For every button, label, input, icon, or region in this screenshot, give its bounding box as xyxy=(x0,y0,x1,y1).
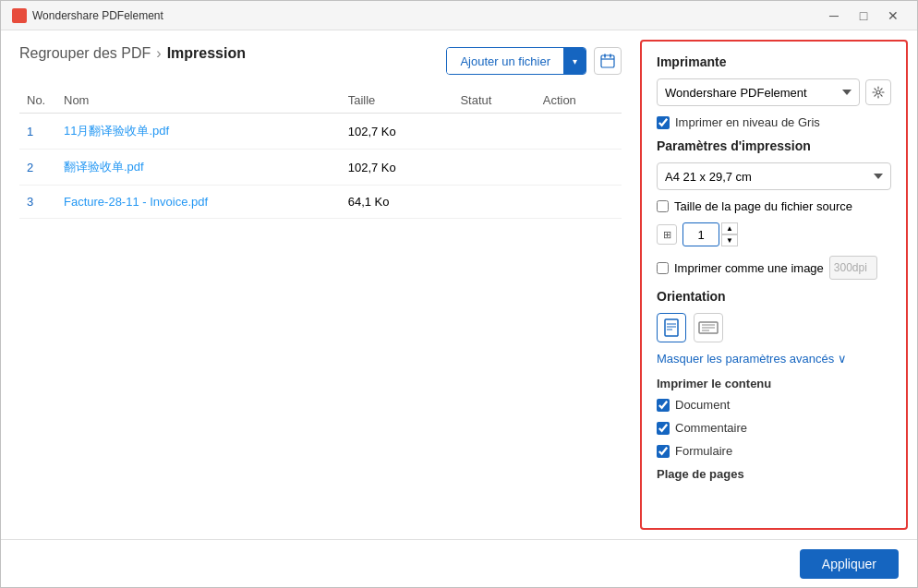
portrait-icon xyxy=(663,318,680,337)
printer-settings-panel: Imprimante Wondershare PDFelement Imprim… xyxy=(640,40,908,530)
table-row[interactable]: 3 Facture-28-11 - Invoice.pdf 64,1 Ko xyxy=(19,186,622,219)
col-statut: Statut xyxy=(453,88,535,114)
orientation-row xyxy=(657,313,891,342)
title-bar-controls: ─ □ ✕ xyxy=(821,6,906,26)
content-area: Regrouper des PDF › Impression Ajouter u… xyxy=(1,30,917,539)
form-checkbox[interactable] xyxy=(657,445,670,458)
title-bar: Wondershare PDFelement ─ □ ✕ xyxy=(1,1,917,30)
cell-name: Facture-28-11 - Invoice.pdf xyxy=(56,186,341,219)
breadcrumb-separator: › xyxy=(156,45,161,62)
doc-row: Document xyxy=(657,398,891,412)
advanced-chevron-icon: ∨ xyxy=(838,352,847,366)
source-size-label: Taille de la page du fichier source xyxy=(674,199,852,213)
spinner-down[interactable]: ▼ xyxy=(721,234,738,246)
add-file-dropdown-button[interactable]: ▾ xyxy=(563,48,586,74)
svg-rect-5 xyxy=(665,319,678,336)
orientation-title: Orientation xyxy=(657,289,891,304)
gray-print-row: Imprimer en niveau de Gris xyxy=(657,115,891,129)
maximize-button[interactable]: □ xyxy=(851,6,876,26)
expand-icon[interactable]: ⊞ xyxy=(657,224,677,245)
advanced-link-text: Masquer les paramètres avancés xyxy=(657,352,834,366)
add-file-button-group: Ajouter un fichier ▾ xyxy=(446,47,586,75)
cell-size: 102,7 Ko xyxy=(341,114,453,150)
document-checkbox[interactable] xyxy=(657,399,670,412)
toolbar: Ajouter un fichier ▾ xyxy=(446,47,622,75)
breadcrumb: Regrouper des PDF › Impression xyxy=(19,45,246,62)
dpi-input[interactable] xyxy=(829,256,877,280)
content-title: Imprimer le contenu xyxy=(657,377,891,390)
col-action: Action xyxy=(536,88,622,114)
cell-statut xyxy=(453,114,535,150)
landscape-icon xyxy=(698,320,719,335)
close-button[interactable]: ✕ xyxy=(880,6,906,26)
cell-name: 11月翻译验收单.pdf xyxy=(56,114,341,150)
cell-statut xyxy=(453,150,535,186)
minimize-button[interactable]: ─ xyxy=(821,6,847,26)
spinner: ▲ ▼ xyxy=(721,222,738,246)
left-panel: Regrouper des PDF › Impression Ajouter u… xyxy=(1,30,640,539)
cell-no: 1 xyxy=(19,114,56,150)
page-count-row: ⊞ ▲ ▼ xyxy=(657,222,891,246)
printer-title: Imprimante xyxy=(657,54,891,69)
printer-settings-button[interactable] xyxy=(865,79,891,105)
form-label: Formulaire xyxy=(675,444,732,458)
cell-action xyxy=(536,186,622,219)
calendar-icon xyxy=(600,54,615,68)
col-size: Taille xyxy=(341,88,453,114)
cell-action xyxy=(536,114,622,150)
gray-print-checkbox[interactable] xyxy=(657,116,670,129)
file-table: No. Nom Taille Statut Action 1 11月翻译验收单.… xyxy=(19,88,622,219)
cell-no: 3 xyxy=(19,186,56,219)
breadcrumb-current: Impression xyxy=(167,45,246,62)
portrait-button[interactable] xyxy=(657,313,686,342)
svg-point-4 xyxy=(876,90,880,94)
comment-label: Commentaire xyxy=(675,421,747,435)
page-num-wrapper: ▲ ▼ xyxy=(682,222,738,246)
bottom-bar: Appliquer xyxy=(1,539,917,587)
cell-name: 翻译验收单.pdf xyxy=(56,150,341,186)
params-title: Paramètres d'impression xyxy=(657,138,891,153)
document-label: Document xyxy=(675,398,730,412)
page-count-input[interactable] xyxy=(682,222,719,246)
image-print-row: Imprimer comme une image xyxy=(657,256,891,280)
breadcrumb-parent: Regrouper des PDF xyxy=(19,45,151,62)
col-name: Nom xyxy=(56,88,341,114)
printer-row: Wondershare PDFelement xyxy=(657,78,891,106)
image-print-label: Imprimer comme une image xyxy=(674,261,824,275)
landscape-button[interactable] xyxy=(694,313,723,342)
cell-statut xyxy=(453,186,535,219)
cell-action xyxy=(536,150,622,186)
gray-print-label: Imprimer en niveau de Gris xyxy=(675,115,820,129)
advanced-link[interactable]: Masquer les paramètres avancés ∨ xyxy=(657,352,891,366)
source-size-checkbox[interactable] xyxy=(657,200,669,212)
apply-button[interactable]: Appliquer xyxy=(800,549,899,579)
svg-rect-0 xyxy=(601,55,614,67)
source-size-row: Taille de la page du fichier source xyxy=(657,199,891,213)
cell-no: 2 xyxy=(19,150,56,186)
toolbar-wrapper: Regrouper des PDF › Impression Ajouter u… xyxy=(19,45,622,77)
printer-select[interactable]: Wondershare PDFelement xyxy=(657,78,860,106)
spinner-up[interactable]: ▲ xyxy=(721,222,738,234)
comment-checkbox[interactable] xyxy=(657,422,670,435)
add-file-button[interactable]: Ajouter un fichier xyxy=(447,48,563,74)
app-window: Wondershare PDFelement ─ □ ✕ Regrouper d… xyxy=(0,0,918,588)
title-bar-left: Wondershare PDFelement xyxy=(12,8,163,23)
paper-size-row: A4 21 x 29,7 cm xyxy=(657,162,891,190)
app-icon xyxy=(12,8,27,23)
paper-size-select[interactable]: A4 21 x 29,7 cm xyxy=(657,162,891,190)
image-print-checkbox[interactable] xyxy=(657,262,669,274)
form-row: Formulaire xyxy=(657,444,891,458)
col-no: No. xyxy=(19,88,56,114)
table-row[interactable]: 2 翻译验收单.pdf 102,7 Ko xyxy=(19,150,622,186)
cell-size: 102,7 Ko xyxy=(341,150,453,186)
window-title: Wondershare PDFelement xyxy=(32,9,163,22)
settings-icon xyxy=(872,86,885,99)
comment-row: Commentaire xyxy=(657,421,891,435)
table-row[interactable]: 1 11月翻译验收单.pdf 102,7 Ko xyxy=(19,114,622,150)
page-range-title: Plage de pages xyxy=(657,467,891,481)
calendar-button[interactable] xyxy=(594,47,622,75)
cell-size: 64,1 Ko xyxy=(341,186,453,219)
